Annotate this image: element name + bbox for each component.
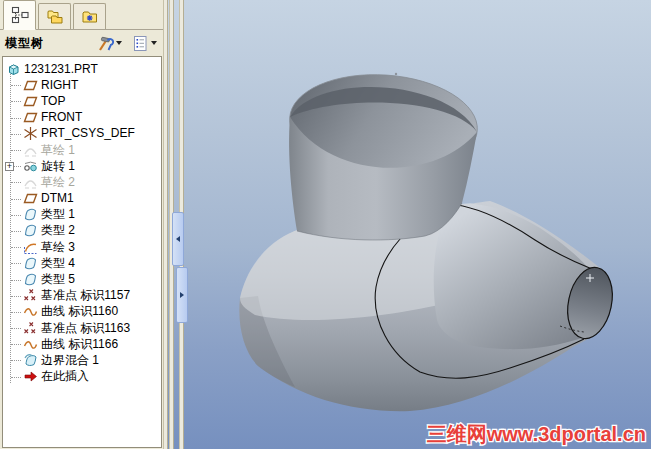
panel-title: 模型树 xyxy=(5,35,44,52)
settings-list-icon xyxy=(130,35,149,52)
model-tree: 1231231.PRT RIGHT TOP FRONT PRT_CSYS xyxy=(2,56,162,448)
tree-item-style-2[interactable]: 类型 2 xyxy=(3,223,161,239)
3d-viewport[interactable]: 三维网www.3dportal.cn xyxy=(163,0,651,449)
sketch-active-icon xyxy=(23,240,38,255)
tree-item-boundary-blend-1[interactable]: 边界混合 1 xyxy=(3,352,161,368)
curve-icon xyxy=(23,337,38,352)
watermark: 三维网www.3dportal.cn xyxy=(427,423,646,445)
navigator-tabs xyxy=(0,0,163,30)
surface-icon xyxy=(23,272,38,287)
tree-item-plane-top[interactable]: TOP xyxy=(3,93,161,109)
expand-panel-handle[interactable] xyxy=(176,267,188,323)
boundary-blend-icon xyxy=(23,353,38,368)
tree-item-sketch-2[interactable]: 草绘 2 xyxy=(3,174,161,190)
tree-item-curve-1160[interactable]: 曲线 标识1160 xyxy=(3,304,161,320)
cad-window: 三维网www.3dportal.cn 模型树 xyxy=(0,0,651,449)
navigator-panel: 模型树 1231231.PRT xyxy=(0,0,163,449)
tree-item-sketch-3[interactable]: 草绘 3 xyxy=(3,239,161,255)
datum-plane-icon xyxy=(23,78,38,93)
curve-icon xyxy=(23,304,38,319)
tree-item-style-5[interactable]: 类型 5 xyxy=(3,271,161,287)
chevron-right-icon xyxy=(180,292,184,298)
tree-item-csys[interactable]: PRT_CSYS_DEF xyxy=(3,126,161,142)
tab-favorites-icon xyxy=(81,8,99,25)
toolbar-show[interactable] xyxy=(94,34,123,53)
tree-item-dtm1[interactable]: DTM1 xyxy=(3,191,161,207)
collapse-panel-handle[interactable] xyxy=(172,212,184,266)
tab-favorites[interactable] xyxy=(73,3,106,29)
surface-icon xyxy=(23,207,38,222)
tree-item-point-1157[interactable]: 基准点 标识1157 xyxy=(3,288,161,304)
tree-item-point-1163[interactable]: 基准点 标识1163 xyxy=(3,320,161,336)
tab-model-tree-icon xyxy=(10,6,30,24)
tree-item-plane-right[interactable]: RIGHT xyxy=(3,77,161,93)
3d-model-canvas[interactable]: 三维网www.3dportal.cn xyxy=(163,0,651,449)
navigator-header: 模型树 xyxy=(0,30,163,56)
tab-folder-browser-icon xyxy=(46,8,64,25)
show-tools-icon xyxy=(95,35,114,52)
tab-model-tree[interactable] xyxy=(3,0,36,30)
datum-point-icon xyxy=(23,288,38,303)
dropdown-arrow-icon[interactable] xyxy=(151,41,157,45)
surface-icon xyxy=(23,223,38,238)
tree-item-revolve-1[interactable]: 旋转 1 xyxy=(3,158,161,174)
insert-here-icon xyxy=(23,369,38,384)
part-icon xyxy=(6,62,21,77)
revolve-icon xyxy=(23,159,38,174)
sketch-icon xyxy=(23,175,38,190)
dropdown-arrow-icon[interactable] xyxy=(116,41,122,45)
tree-item-sketch-1[interactable]: 草绘 1 xyxy=(3,142,161,158)
datum-plane-icon xyxy=(23,191,38,206)
datum-plane-icon xyxy=(23,94,38,109)
tab-folder-browser[interactable] xyxy=(38,3,71,29)
tree-item-style-1[interactable]: 类型 1 xyxy=(3,207,161,223)
csys-icon xyxy=(23,126,38,141)
toolbar-settings[interactable] xyxy=(129,34,158,53)
datum-point-icon xyxy=(23,321,38,336)
expand-toggle[interactable] xyxy=(5,162,14,171)
tree-item-insert-here[interactable]: 在此插入 xyxy=(3,369,161,385)
sketch-icon xyxy=(23,143,38,158)
rim-vertex-dot xyxy=(395,73,397,75)
tree-item-curve-1166[interactable]: 曲线 标识1166 xyxy=(3,336,161,352)
tree-item-plane-front[interactable]: FRONT xyxy=(3,110,161,126)
tree-item-style-4[interactable]: 类型 4 xyxy=(3,255,161,271)
tree-toolbar xyxy=(94,34,158,53)
surface-icon xyxy=(23,256,38,271)
tree-item-part-root[interactable]: 1231231.PRT xyxy=(3,61,161,77)
datum-plane-icon xyxy=(23,110,38,125)
sash-rail[interactable] xyxy=(163,0,168,449)
chevron-left-icon xyxy=(176,236,180,242)
